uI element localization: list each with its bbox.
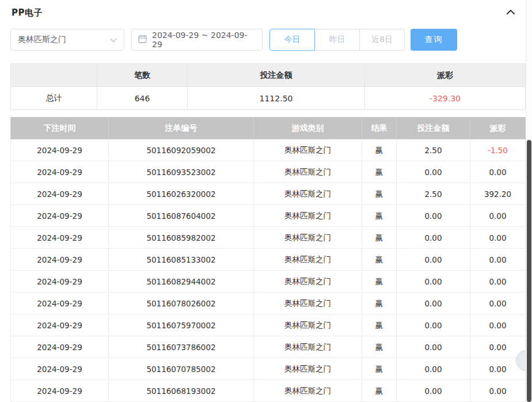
table-cell: 2024-09-29 — [11, 380, 109, 402]
column-header: 注单编号 — [109, 117, 254, 139]
table-cell: 0.00 — [470, 380, 526, 402]
calendar-icon — [138, 35, 147, 45]
table-cell: 50116082944002 — [109, 271, 254, 293]
collapse-button[interactable] — [506, 7, 516, 18]
scrollbar-track[interactable] — [526, 0, 532, 402]
table-cell: 50116026320002 — [109, 183, 254, 205]
table-cell: 0.00 — [397, 314, 470, 336]
page-title: PP电子 — [12, 7, 43, 18]
game-select-value: 奥林匹斯之门 — [18, 35, 66, 45]
table-cell: 2024-09-29 — [11, 358, 109, 380]
table-cell: 奥林匹斯之门 — [254, 249, 362, 271]
table-cell: 奥林匹斯之门 — [254, 271, 362, 293]
range-button-yesterday[interactable]: 昨日 — [314, 29, 360, 51]
table-cell: 0.00 — [470, 314, 526, 336]
table-cell: 0.00 — [397, 227, 470, 249]
summary-table: 笔数投注金额派彩 总计 646 1112.50 -329.30 — [10, 63, 526, 110]
table-cell: 2024-09-29 — [11, 139, 109, 161]
table-cell: 赢 — [362, 293, 397, 314]
summary-header-row: 笔数投注金额派彩 — [11, 64, 526, 87]
table-cell: 0.00 — [397, 161, 470, 183]
table-cell: 50116075970002 — [109, 314, 254, 336]
summary-total-label: 总计 — [11, 87, 97, 110]
table-cell: 奥林匹斯之门 — [254, 205, 362, 227]
table-row: 2024-09-2950116026320002奥林匹斯之门赢2.50392.2… — [11, 183, 526, 205]
table-cell: 50116085133002 — [109, 249, 254, 271]
chevron-up-icon — [506, 7, 516, 18]
table-cell: 0.00 — [470, 293, 526, 314]
column-header: 结果 — [362, 117, 397, 139]
table-cell: 50116093523002 — [109, 161, 254, 183]
table-cell: 50116070785002 — [109, 358, 254, 380]
table-cell: 奥林匹斯之门 — [254, 183, 362, 205]
table-cell: 50116092059002 — [109, 139, 254, 161]
table-cell: 2024-09-29 — [11, 336, 109, 358]
table-cell: 0.00 — [397, 358, 470, 380]
table-cell: 赢 — [362, 271, 397, 293]
table-row: 2024-09-2950116087604002奥林匹斯之门赢0.000.00 — [11, 205, 526, 227]
table-cell: 2024-09-29 — [11, 271, 109, 293]
table-cell: 0.00 — [470, 161, 526, 183]
table-cell: 赢 — [362, 183, 397, 205]
table-row: 2024-09-2950116093523002奥林匹斯之门赢0.000.00 — [11, 161, 526, 183]
column-header: 派彩 — [470, 117, 526, 139]
table-cell: 赢 — [362, 227, 397, 249]
scrollbar-thumb[interactable] — [527, 140, 531, 402]
bets-table: 下注时间注单编号游戏类别结果投注金额派彩 2024-09-29501160920… — [10, 117, 526, 402]
table-row: 2024-09-2950116085982002奥林匹斯之门赢0.000.00 — [11, 227, 526, 249]
table-cell: 0.00 — [397, 293, 470, 314]
table-cell: 0.00 — [397, 249, 470, 271]
main-table-body: 2024-09-2950116092059002奥林匹斯之门赢2.50-1.50… — [11, 139, 526, 402]
table-cell: 50116078026002 — [109, 293, 254, 314]
table-cell: 奥林匹斯之门 — [254, 336, 362, 358]
table-row: 2024-09-2950116085133002奥林匹斯之门赢0.000.00 — [11, 249, 526, 271]
filter-row: 奥林匹斯之门 2024-09-29 ~ 2024-09-29 今日昨日近8日 查… — [10, 29, 525, 51]
quick-range-buttons: 今日昨日近8日 — [269, 29, 405, 51]
summary-count: 646 — [97, 87, 188, 110]
table-cell: 0.00 — [470, 205, 526, 227]
summary-column-header: 投注金额 — [188, 64, 365, 87]
table-row: 2024-09-2950116092059002奥林匹斯之门赢2.50-1.50 — [11, 139, 526, 161]
table-cell: 50116068193002 — [109, 380, 254, 402]
summary-total-row: 总计 646 1112.50 -329.30 — [11, 87, 526, 110]
table-cell: 0.00 — [397, 205, 470, 227]
table-cell: 0.00 — [397, 380, 470, 402]
query-button[interactable]: 查询 — [411, 29, 457, 51]
table-cell: 奥林匹斯之门 — [254, 358, 362, 380]
main-header-row: 下注时间注单编号游戏类别结果投注金额派彩 — [11, 117, 526, 139]
game-select[interactable]: 奥林匹斯之门 — [10, 29, 124, 51]
table-cell: 2024-09-29 — [11, 227, 109, 249]
column-header: 投注金额 — [397, 117, 470, 139]
table-cell: 赢 — [362, 380, 397, 402]
table-cell: 50116085982002 — [109, 227, 254, 249]
table-cell: 2.50 — [397, 183, 470, 205]
table-cell: 2024-09-29 — [11, 314, 109, 336]
table-cell: 赢 — [362, 249, 397, 271]
date-range-value: 2024-09-29 ~ 2024-09-29 — [152, 31, 256, 49]
table-cell: 392.20 — [470, 183, 526, 205]
range-button-today[interactable]: 今日 — [269, 29, 315, 51]
table-cell: 2024-09-29 — [11, 293, 109, 314]
panel-header: PP电子 — [10, 0, 525, 21]
range-button-last-8-days[interactable]: 近8日 — [359, 29, 405, 51]
table-cell: 赢 — [362, 161, 397, 183]
summary-column-header: 笔数 — [97, 64, 188, 87]
summary-column-header — [11, 64, 97, 87]
table-cell: 赢 — [362, 336, 397, 358]
table-row: 2024-09-2950116068193002奥林匹斯之门赢0.000.00 — [11, 380, 526, 402]
table-cell: 0.00 — [470, 227, 526, 249]
table-cell: 奥林匹斯之门 — [254, 380, 362, 402]
table-row: 2024-09-2950116073786002奥林匹斯之门赢0.000.00 — [11, 336, 526, 358]
table-cell: 赢 — [362, 205, 397, 227]
table-cell: 奥林匹斯之门 — [254, 227, 362, 249]
table-cell: 0.00 — [470, 249, 526, 271]
chevron-down-icon — [110, 35, 117, 44]
table-cell: 50116073786002 — [109, 336, 254, 358]
date-range-picker[interactable]: 2024-09-29 ~ 2024-09-29 — [131, 29, 263, 51]
table-row: 2024-09-2950116078026002奥林匹斯之门赢0.000.00 — [11, 293, 526, 314]
table-cell: 奥林匹斯之门 — [254, 314, 362, 336]
table-cell: 2024-09-29 — [11, 249, 109, 271]
table-cell: 赢 — [362, 358, 397, 380]
table-cell: 0.00 — [470, 271, 526, 293]
report-panel: PP电子 奥林匹斯之门 2024-09-29 ~ 2024-09-29 今日昨日… — [0, 0, 525, 402]
